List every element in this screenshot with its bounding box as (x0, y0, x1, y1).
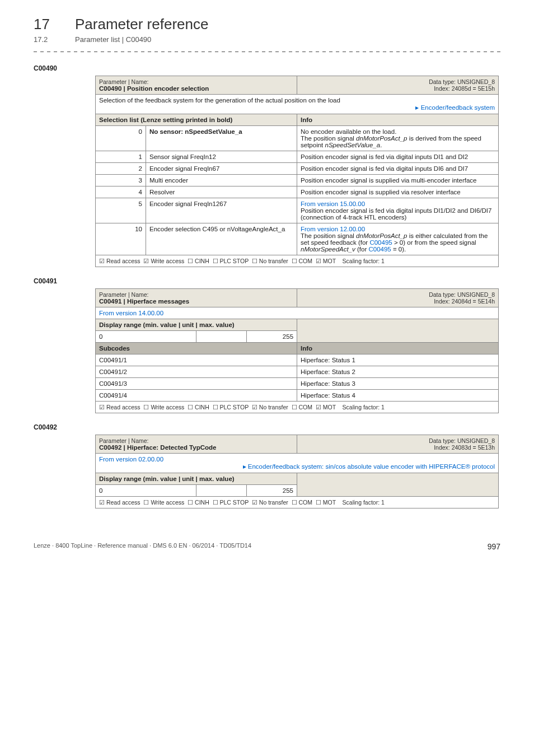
range-min: 0 (96, 485, 196, 497)
encoder-feedback-link[interactable]: Encoder/feedback system (415, 104, 495, 111)
subcode-info: Hiperface: Status 2 (297, 366, 499, 378)
selection-label: Multi encoder (146, 175, 297, 186)
selection-label: Resolver (146, 186, 297, 198)
table-c00490: Parameter | Name: C00490 | Position enco… (95, 76, 499, 267)
from-version-row: From version 02.00.00 Encoder/feedback s… (96, 454, 499, 473)
param-dtype: Data type: UNSIGNED_8 (429, 437, 495, 444)
section-header: 17.2 Parameter list | C00490 (34, 35, 500, 44)
page: 17 Parameter reference 17.2 Parameter li… (0, 0, 534, 573)
selection-index: 3 (96, 175, 146, 186)
selection-info: Position encoder signal is supplied via … (297, 186, 499, 198)
param-index: Index: 24083d = 5E13h (434, 444, 495, 451)
selection-info: From version 15.00.00Position encoder si… (297, 198, 499, 223)
selection-label: Encoder signal FreqIn67 (146, 163, 297, 175)
selection-label: Sensor signal FreqIn12 (146, 151, 297, 163)
selection-index: 0 (96, 126, 146, 151)
table-c00492: Parameter | Name: C00492 | Hiperface: De… (95, 435, 499, 508)
section-title: Parameter list | C00490 (75, 35, 151, 44)
range-unit (196, 331, 247, 343)
table-c00491: Parameter | Name: C00491 | Hiperface mes… (95, 288, 499, 413)
param-code-490: C00490 (34, 64, 500, 72)
subcode-info: Hiperface: Status 1 (297, 354, 499, 366)
subcodes-label: Subcodes (99, 345, 130, 352)
table-footer-491: Read access Write access CINH PLC STOP N… (96, 402, 499, 413)
selection-index: 1 (96, 151, 146, 163)
selection-label: Encoder selection C495 or nVoltageAngleA… (146, 223, 297, 255)
param-header-right: Data type: UNSIGNED_8 Index: 24083d = 5E… (297, 435, 499, 454)
empty-cell (297, 319, 499, 343)
selection-label: No sensor: nSpeedSetValue_a (146, 126, 297, 151)
range-max: 255 (247, 485, 297, 497)
param-index: Index: 24084d = 5E14h (434, 298, 495, 305)
info-header: Info (297, 343, 499, 354)
section-number: 17.2 (34, 35, 75, 44)
range-unit (196, 485, 247, 497)
selection-list-label: Selection list (Lenze setting printed in… (99, 116, 232, 123)
selection-info: Position encoder signal is supplied via … (297, 175, 499, 186)
selection-index: 5 (96, 198, 146, 223)
table-footer-490: Read access Write access CINH PLC STOP N… (96, 255, 499, 267)
selection-index: 4 (96, 186, 146, 198)
subcodes-header: Subcodes (96, 343, 297, 354)
display-range-header: Display range (min. value | unit | max. … (96, 473, 297, 485)
param-label: Parameter | Name: (99, 78, 149, 85)
info-header: Info (297, 114, 499, 126)
param-header-left: Parameter | Name: C00491 | Hiperface mes… (96, 289, 297, 307)
selection-list-header: Selection list (Lenze setting printed in… (96, 114, 297, 126)
empty-cell (297, 473, 499, 497)
param-desc-cell: Selection of the feedback system for the… (96, 95, 499, 114)
selection-info: No encoder available on the load.The pos… (297, 126, 499, 151)
selection-index: 10 (96, 223, 146, 255)
footer-text: Lenze · 8400 TopLine · Reference manual … (34, 542, 251, 551)
subcode-cell: C00491/4 (96, 390, 297, 402)
selection-info: Position encoder signal is fed via digit… (297, 163, 499, 175)
divider (34, 52, 500, 52)
subcode-cell: C00491/3 (96, 378, 297, 390)
page-number: 997 (488, 542, 500, 551)
subcode-info: Hiperface: Status 3 (297, 378, 499, 390)
table-footer-492: Read access Write access CINH PLC STOP N… (96, 497, 499, 508)
selection-info: From version 12.00.00The position signal… (297, 223, 499, 255)
subcode-cell: C00491/2 (96, 366, 297, 378)
display-range-label: Display range (min. value | unit | max. … (99, 321, 235, 328)
range-min: 0 (96, 331, 196, 343)
from-version-link: From version 02.00.00 (99, 456, 163, 463)
chapter-number: 17 (34, 16, 75, 33)
chapter-title: Parameter reference (75, 16, 208, 33)
param-desc: Selection of the feedback system for the… (99, 97, 340, 104)
param-code-491: C00491 (34, 277, 500, 285)
param-label: Parameter | Name: (99, 291, 149, 298)
param-name: C00490 | Position encoder selection (99, 85, 209, 92)
page-footer: Lenze · 8400 TopLine · Reference manual … (34, 542, 500, 551)
param-name: C00491 | Hiperface messages (99, 298, 189, 305)
display-range-header: Display range (min. value | unit | max. … (96, 319, 297, 331)
param-index: Index: 24085d = 5E15h (434, 85, 495, 92)
param-label: Parameter | Name: (99, 437, 149, 444)
param-dtype: Data type: UNSIGNED_8 (429, 78, 495, 85)
param-dtype: Data type: UNSIGNED_8 (429, 291, 495, 298)
display-range-label: Display range (min. value | unit | max. … (99, 475, 235, 482)
selection-info: Position encoder signal is fed via digit… (297, 151, 499, 163)
info-label: Info (301, 345, 312, 352)
subcode-cell: C00491/1 (96, 354, 297, 366)
param-header-right: Data type: UNSIGNED_8 Index: 24084d = 5E… (297, 289, 499, 307)
selection-label: Encoder signal FreqIn1267 (146, 198, 297, 223)
param-header-right: Data type: UNSIGNED_8 Index: 24085d = 5E… (297, 76, 499, 95)
param-name: C00492 | Hiperface: Detected TypCode (99, 444, 216, 451)
param-code-492: C00492 (34, 423, 500, 431)
encoder-feedback-hiperface-link[interactable]: Encoder/feedback system: sin/cos absolut… (243, 463, 495, 470)
subcode-info: Hiperface: Status 4 (297, 390, 499, 402)
param-header-left: Parameter | Name: C00490 | Position enco… (96, 76, 297, 95)
chapter-header: 17 Parameter reference (34, 16, 500, 33)
info-label: Info (301, 116, 312, 123)
range-max: 255 (247, 331, 297, 343)
from-version-link: From version 14.00.00 (99, 310, 163, 316)
from-version-cell: From version 14.00.00 (96, 307, 499, 319)
selection-index: 2 (96, 163, 146, 175)
param-header-left: Parameter | Name: C00492 | Hiperface: De… (96, 435, 297, 454)
